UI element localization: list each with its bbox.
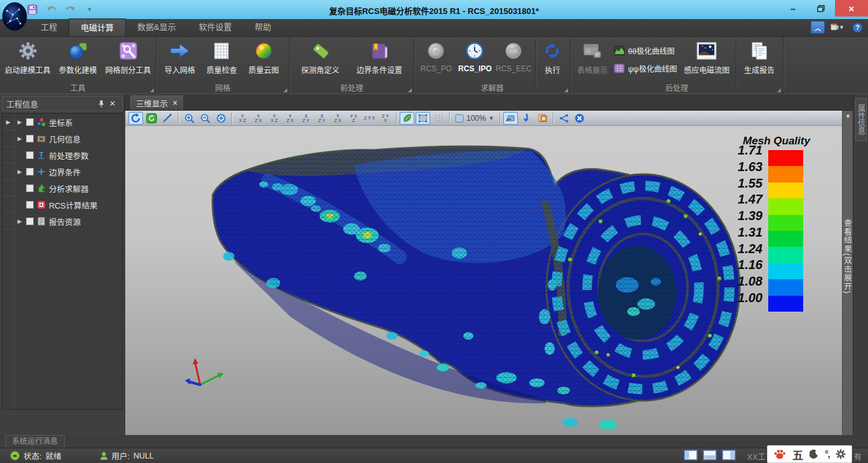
menu-tab-em-compute[interactable]: 电磁计算 [69, 18, 126, 36]
checkbox[interactable] [26, 151, 34, 159]
launch-modeling-button[interactable]: 启动建模工具 [3, 38, 53, 81]
menu-tab-help[interactable]: 帮助 [243, 18, 283, 36]
app-logo-icon[interactable] [2, 2, 27, 31]
tree-item-rcs-results[interactable]: RCS计算结果 [15, 197, 122, 213]
tab-close-icon[interactable]: × [173, 99, 177, 107]
shaded-mode-button[interactable] [400, 112, 414, 125]
properties-tab[interactable]: 属性信息 [855, 98, 867, 141]
execute-button[interactable]: 执行 [538, 38, 567, 81]
share-view-button[interactable] [557, 112, 571, 125]
ime-moon-icon[interactable] [810, 450, 818, 459]
help-button[interactable]: ? [850, 21, 864, 34]
group-label-preprocess: 前处理 [290, 82, 414, 93]
layout-bottom-panel-button[interactable] [703, 450, 717, 462]
group-expand-corner[interactable] [564, 88, 568, 92]
collapse-ribbon-button[interactable]: ︿ [811, 21, 825, 34]
group-label-tools: 工具 [0, 82, 156, 93]
tree-item-boundary-condition[interactable]: ▶ 边界条件 [15, 163, 122, 180]
probe-angle-button[interactable]: 探测角定义 [292, 38, 348, 81]
checkbox[interactable] [26, 168, 34, 176]
import-mesh-button[interactable]: 导入网格 [159, 38, 201, 81]
layout-right-panel-button[interactable] [722, 450, 736, 462]
generate-report-button[interactable]: 生成报告 [738, 38, 780, 81]
checkbox[interactable] [26, 201, 34, 209]
expand-arrow-icon[interactable]: ▶ [16, 169, 24, 175]
tree-item-geometry-info[interactable]: ▶ 几何信息 [15, 130, 122, 147]
expand-arrow-icon[interactable]: ▶ [16, 119, 24, 125]
tree-item-preprocess-params[interactable]: T 前处理参数 [15, 147, 122, 163]
results-strip[interactable]: ▼ 查看结果(双击展开) [842, 111, 853, 435]
tab-3d-display[interactable]: 三维显示 × [130, 95, 183, 110]
psi-curve-button[interactable]: ψψ极化曲线图 [611, 61, 679, 75]
ime-settings-gear-icon[interactable] [836, 449, 846, 459]
tree-item-solver[interactable]: 分析求解器 [15, 180, 122, 197]
menu-tab-settings[interactable]: 软件设置 [187, 18, 243, 36]
restore-button[interactable] [807, 0, 835, 17]
texture-button[interactable] [535, 112, 550, 125]
pin-icon[interactable] [95, 98, 107, 109]
grid-toggle-button[interactable] [431, 112, 446, 125]
ime-paw-icon[interactable] [773, 448, 786, 460]
close-panel-icon[interactable]: ✕ [107, 98, 118, 109]
window-layout-button[interactable]: ▼ [831, 21, 844, 34]
orbit-tool-button[interactable] [144, 112, 159, 125]
expand-arrow-icon[interactable]: ▶ [16, 135, 24, 142]
clip-plane-button[interactable] [503, 112, 518, 125]
view-back-button[interactable]: YZ X [251, 112, 266, 125]
pan-tool-button[interactable] [160, 112, 175, 125]
view-iso4-button[interactable]: Z YX [378, 112, 393, 125]
rcs-po-button[interactable]: RCS_PO [417, 38, 456, 81]
view-right-button[interactable]: YZ X [283, 112, 297, 125]
expand-arrow-icon[interactable]: ▶ [16, 218, 24, 225]
theta-curve-button[interactable]: θθ极化曲线图 [611, 43, 679, 57]
view-top-button[interactable]: XZ Y [299, 112, 313, 125]
minimize-button[interactable]: – [779, 0, 807, 17]
checkbox[interactable] [26, 118, 34, 126]
tab-overflow-dropdown-icon[interactable]: ▼ [843, 113, 853, 120]
group-expand-corner[interactable] [150, 88, 154, 92]
view-left-button[interactable]: YX Z [267, 112, 281, 125]
view-front-button[interactable]: YX Z [235, 112, 250, 125]
checkbox[interactable] [26, 218, 34, 225]
tree-item-report-resources[interactable]: ▶ 报告资源 [15, 213, 122, 230]
ime-punctuation-button[interactable]: °, [825, 449, 830, 459]
rotate-tool-button[interactable] [128, 112, 143, 125]
view-bottom-button[interactable]: XZ Y [315, 112, 329, 125]
close-view-button[interactable] [573, 112, 587, 125]
view-iso1-button[interactable]: YZ X [330, 112, 345, 125]
zoom-out-button[interactable] [198, 112, 212, 125]
table-view-button[interactable]: 表格展示 [573, 38, 611, 81]
viewport-3d[interactable]: Mesh Quality 1.71 1.63 1.55 1.47 1.39 1.… [125, 126, 842, 435]
close-button[interactable]: × [835, 0, 868, 17]
view-iso3-button[interactable]: Z Y X [362, 112, 377, 125]
quality-cloud-button[interactable]: 质量云图 [243, 38, 285, 81]
ime-mode-button[interactable]: 五 [792, 446, 803, 462]
checkbox[interactable] [26, 135, 34, 142]
induced-current-button[interactable]: 感应电磁流图 [679, 38, 734, 81]
tree-item-coordinate-system[interactable]: ▶ 坐标系 [15, 114, 122, 130]
gutter-expand-arrow[interactable]: ▶ [3, 114, 14, 130]
mesh-partition-button[interactable]: 网格剖分工具 [103, 38, 153, 81]
menu-tab-data-display[interactable]: 数据&显示 [126, 18, 187, 36]
zoom-level-combo[interactable]: 100% ▼ [452, 112, 497, 125]
parametric-modeling-button[interactable]: 参数化建模 [53, 38, 103, 81]
zoom-fit-button[interactable] [214, 112, 228, 125]
legend-values: 1.71 1.63 1.55 1.47 1.39 1.31 1.24 1.16 … [729, 143, 768, 305]
group-expand-corner[interactable] [283, 88, 287, 92]
layout-dropdown-caret: ▼ [839, 24, 844, 31]
menu-tab-project[interactable]: 工程 [29, 18, 69, 36]
zoom-in-button[interactable] [182, 112, 196, 125]
checkbox[interactable] [26, 184, 34, 192]
system-messages-tab[interactable]: 系统运行消息 [5, 435, 65, 447]
arrow-down-button[interactable] [519, 112, 534, 125]
group-expand-corner[interactable] [408, 88, 412, 92]
wireframe-mode-button[interactable] [416, 112, 430, 125]
rcs-ipo-button[interactable]: RCS_IPO [456, 38, 494, 81]
boundary-condition-button[interactable]: 边界条件设置 [348, 38, 410, 81]
layout-left-panel-button[interactable] [684, 450, 698, 462]
view-iso2-button[interactable]: Y XZ [346, 112, 361, 125]
zoom-dropdown-caret[interactable]: ▼ [489, 115, 494, 121]
group-expand-corner[interactable] [777, 88, 781, 92]
rcs-eec-button[interactable]: RCS_EEC [494, 38, 533, 81]
quality-check-button[interactable]: 质量检查 [201, 38, 243, 81]
